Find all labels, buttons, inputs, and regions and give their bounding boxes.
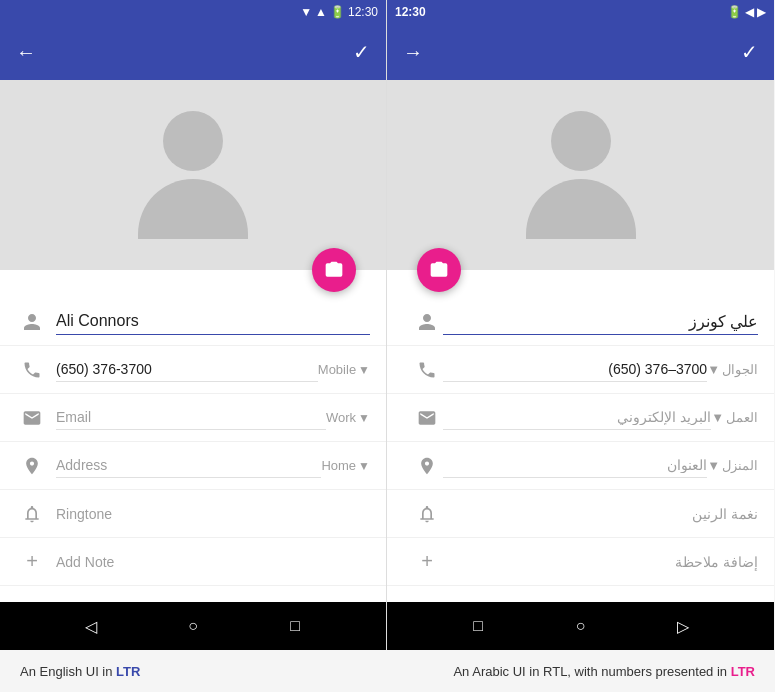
app-bar-rtl: ✓ →: [387, 24, 774, 80]
phone-rtl: 12:30 🔋 ◀ ▶ ✓ →: [387, 0, 774, 650]
address-input-ltr[interactable]: [56, 453, 321, 478]
battery-icon-rtl: 🔋: [727, 5, 742, 19]
phone-icon-rtl: [411, 360, 443, 380]
address-type-selector-rtl[interactable]: ▼ المنزل: [707, 458, 758, 473]
person-icon-rtl: [411, 312, 443, 332]
recent-nav-btn-ltr[interactable]: □: [280, 611, 310, 641]
phone-type-label-rtl: الجوال: [722, 362, 758, 377]
address-input-wrapper-rtl: ▼ المنزل: [443, 453, 758, 478]
address-type-label-rtl: المنزل: [722, 458, 758, 473]
form-area-rtl: ▼ الجوال ▼ العمل: [387, 270, 774, 602]
email-type-label-rtl: العمل: [726, 410, 758, 425]
caption-ltr-link: LTR: [116, 664, 140, 679]
avatar-body-ltr: [138, 179, 248, 239]
status-icons-ltr: ▼ ▲ 🔋 12:30: [300, 5, 378, 19]
phone-input-wrapper-ltr: Mobile ▼: [56, 357, 370, 382]
ringtone-icon-ltr: [16, 504, 48, 524]
email-type-chevron-ltr: ▼: [358, 411, 370, 425]
email-type-selector-rtl[interactable]: ▼ العمل: [711, 410, 758, 425]
bottom-nav-ltr: ◁ ○ □: [0, 602, 386, 650]
email-input-wrapper-rtl: ▼ العمل: [443, 405, 758, 430]
email-type-label-ltr: Work: [326, 410, 356, 425]
name-row-rtl: [387, 298, 774, 346]
avatar-head-ltr: [163, 111, 223, 171]
camera-fab-rtl[interactable]: [417, 248, 461, 292]
time-display-rtl: 12:30: [395, 5, 426, 19]
name-input-rtl[interactable]: [443, 308, 758, 335]
address-input-rtl[interactable]: [443, 453, 707, 478]
wifi-icon-rtl: ▶: [757, 5, 766, 19]
person-icon-ltr: [16, 312, 48, 332]
form-area-ltr: Mobile ▼ Work ▼: [0, 270, 386, 602]
phone-type-chevron-ltr: ▼: [358, 363, 370, 377]
phone-input-ltr[interactable]: [56, 357, 318, 382]
phone-row-rtl: ▼ الجوال: [387, 346, 774, 394]
address-type-chevron-ltr: ▼: [358, 459, 370, 473]
caption-rtl-link: LTR: [731, 664, 755, 679]
email-input-rtl[interactable]: [443, 405, 711, 430]
phone-type-selector-ltr[interactable]: Mobile ▼: [318, 362, 370, 377]
check-button-ltr[interactable]: ✓: [353, 40, 370, 64]
phone-type-chevron-rtl: ▼: [707, 362, 720, 377]
status-bar-rtl: 12:30 🔋 ◀ ▶: [387, 0, 774, 24]
note-icon-ltr: +: [16, 550, 48, 573]
avatar-body-rtl: [526, 179, 636, 239]
address-type-chevron-rtl: ▼: [707, 458, 720, 473]
address-input-wrapper-ltr: Home ▼: [56, 453, 370, 478]
address-row-ltr: Home ▼: [0, 442, 386, 490]
avatar-area-ltr: [0, 80, 386, 270]
home-nav-btn-ltr[interactable]: ○: [178, 611, 208, 641]
note-row-ltr: + Add Note: [0, 538, 386, 586]
ringtone-row-ltr: Ringtone: [0, 490, 386, 538]
back-nav-btn-ltr[interactable]: ◁: [76, 611, 106, 641]
caption-rtl: An Arabic UI in RTL, with numbers presen…: [453, 664, 755, 679]
signal-icon-rtl: ◀: [745, 5, 754, 19]
email-input-wrapper-ltr: Work ▼: [56, 405, 370, 430]
email-icon-rtl: [411, 408, 443, 428]
email-type-chevron-rtl: ▼: [711, 410, 724, 425]
avatar-placeholder-rtl: [526, 111, 636, 239]
email-type-selector-ltr[interactable]: Work ▼: [326, 410, 370, 425]
phone-input-wrapper-rtl: ▼ الجوال: [443, 357, 758, 382]
recent-nav-btn-rtl[interactable]: ▷: [668, 611, 698, 641]
camera-icon-ltr: [324, 260, 344, 280]
caption-ltr: An English UI in LTR: [20, 664, 140, 679]
email-row-ltr: Work ▼: [0, 394, 386, 442]
note-row-rtl: + إضافة ملاحظة: [387, 538, 774, 586]
phone-ltr: ▼ ▲ 🔋 12:30 ← ✓: [0, 0, 387, 650]
back-nav-btn-rtl[interactable]: □: [463, 611, 493, 641]
avatar-placeholder-ltr: [138, 111, 248, 239]
time-display-ltr: 12:30: [348, 5, 378, 19]
ringtone-label-rtl[interactable]: نغمة الرنين: [443, 502, 758, 526]
battery-icon: 🔋: [330, 5, 345, 19]
ringtone-icon-rtl: [411, 504, 443, 524]
address-type-selector-ltr[interactable]: Home ▼: [321, 458, 370, 473]
app-bar-ltr: ← ✓: [0, 24, 386, 80]
caption-area: An English UI in LTR An Arabic UI in RTL…: [0, 650, 775, 692]
note-label-rtl[interactable]: إضافة ملاحظة: [443, 550, 758, 574]
email-input-ltr[interactable]: [56, 405, 326, 430]
camera-fab-ltr[interactable]: [312, 248, 356, 292]
email-row-rtl: ▼ العمل: [387, 394, 774, 442]
phone-icon-ltr: [16, 360, 48, 380]
phone-type-label-ltr: Mobile: [318, 362, 356, 377]
avatar-head-rtl: [551, 111, 611, 171]
signal-icon: ▲: [315, 5, 327, 19]
bottom-nav-rtl: □ ○ ▷: [387, 602, 774, 650]
back-button-ltr[interactable]: ←: [16, 41, 36, 64]
name-input-ltr[interactable]: [56, 308, 370, 335]
email-icon-ltr: [16, 408, 48, 428]
wifi-icon: ▼: [300, 5, 312, 19]
status-icons-rtl: 🔋 ◀ ▶: [727, 5, 766, 19]
camera-icon-rtl: [429, 260, 449, 280]
phone-type-selector-rtl[interactable]: ▼ الجوال: [707, 362, 758, 377]
phone-input-rtl[interactable]: [443, 357, 707, 382]
check-button-rtl[interactable]: ✓: [741, 40, 758, 64]
forward-button-rtl[interactable]: →: [403, 41, 423, 64]
note-label-ltr[interactable]: Add Note: [56, 550, 370, 574]
avatar-area-rtl: [387, 80, 774, 270]
phone-row-ltr: Mobile ▼: [0, 346, 386, 394]
status-bar-ltr: ▼ ▲ 🔋 12:30: [0, 0, 386, 24]
ringtone-label-ltr[interactable]: Ringtone: [56, 502, 370, 526]
home-nav-btn-rtl[interactable]: ○: [565, 611, 595, 641]
